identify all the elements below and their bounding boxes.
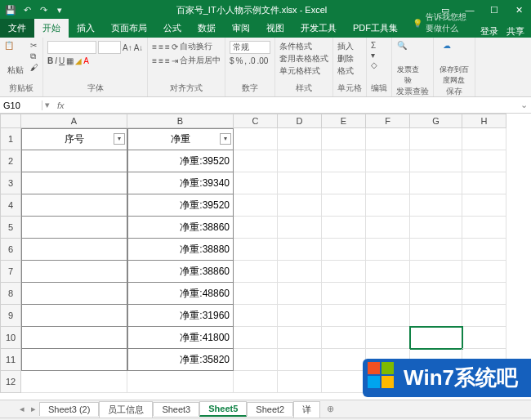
cell-D2[interactable] xyxy=(278,150,322,172)
cell-G3[interactable] xyxy=(410,172,462,194)
fill-color-icon[interactable]: ◢ xyxy=(75,56,82,65)
bold-button[interactable]: B xyxy=(47,56,53,65)
cell-C8[interactable] xyxy=(234,283,278,305)
col-header-G[interactable]: G xyxy=(410,114,462,128)
save-cloud-button[interactable]: ☁保存到百度网盘 xyxy=(438,41,471,86)
italic-button[interactable]: I xyxy=(55,56,57,65)
cell-F10[interactable] xyxy=(366,327,410,349)
col-header-H[interactable]: H xyxy=(462,114,506,128)
tab-home[interactable]: 开始 xyxy=(34,19,69,38)
cell-G4[interactable] xyxy=(410,194,462,217)
cell-F4[interactable] xyxy=(366,194,410,217)
cell-G2[interactable] xyxy=(410,150,462,172)
cell-C12[interactable] xyxy=(234,371,278,393)
cell-E4[interactable] xyxy=(322,194,366,217)
cell-E1[interactable] xyxy=(322,128,366,150)
cut-icon[interactable]: ✂ xyxy=(30,41,38,50)
cell-E12[interactable] xyxy=(322,371,366,393)
orientation-icon[interactable]: ⟳ xyxy=(172,42,178,51)
align-top-icon[interactable]: ≡ xyxy=(152,42,157,51)
merge-button[interactable]: 合并后居中 xyxy=(180,55,221,66)
cell-G1[interactable] xyxy=(410,128,462,150)
cell-D7[interactable] xyxy=(278,261,322,283)
col-header-D[interactable]: D xyxy=(278,114,322,128)
table-format-button[interactable]: 套用表格格式 xyxy=(279,53,328,65)
cell-C5[interactable] xyxy=(234,217,278,239)
cell-A7[interactable] xyxy=(21,261,127,283)
tab-file[interactable]: 文件 xyxy=(0,19,34,38)
align-mid-icon[interactable]: ≡ xyxy=(158,42,163,51)
cell-D12[interactable] xyxy=(278,371,322,393)
redo-icon[interactable]: ↷ xyxy=(38,4,49,16)
row-header-12[interactable]: 12 xyxy=(0,371,21,393)
col-header-C[interactable]: C xyxy=(234,114,278,128)
cell-style-button[interactable]: 单元格样式 xyxy=(279,65,320,77)
qat-more-icon[interactable]: ▾ xyxy=(54,4,65,16)
cell-F7[interactable] xyxy=(366,261,410,283)
sheet-tab-5[interactable]: Sheet2 xyxy=(247,402,293,416)
row-header-7[interactable]: 7 xyxy=(0,261,21,283)
cell-B5[interactable]: 净重:38860 xyxy=(127,217,234,239)
sheet-tab-2[interactable]: 员工信息 xyxy=(99,401,153,418)
cell-C9[interactable] xyxy=(234,305,278,327)
cell-B8[interactable]: 净重:48860 xyxy=(127,283,234,305)
name-box[interactable]: G10 xyxy=(0,101,42,110)
cell-F8[interactable] xyxy=(366,283,410,305)
share-link[interactable]: 共享 xyxy=(506,25,524,38)
cell-C10[interactable] xyxy=(234,327,278,349)
row-header-3[interactable]: 3 xyxy=(0,172,21,194)
cell-G10[interactable] xyxy=(410,327,462,349)
cell-C1[interactable] xyxy=(234,128,278,150)
cell-F9[interactable] xyxy=(366,305,410,327)
sheet-tab-3[interactable]: Sheet3 xyxy=(153,402,199,416)
format-cells-button[interactable]: 格式 xyxy=(337,65,354,77)
cell-D10[interactable] xyxy=(278,327,322,349)
cell-C2[interactable] xyxy=(234,150,278,172)
cell-B9[interactable]: 净重:31960 xyxy=(127,305,234,327)
cell-B11[interactable]: 净重:35820 xyxy=(127,349,234,371)
autosum-icon[interactable]: Σ xyxy=(371,41,376,50)
align-bot-icon[interactable]: ≡ xyxy=(165,42,170,51)
align-left-icon[interactable]: ≡ xyxy=(152,56,157,65)
cell-H8[interactable] xyxy=(462,283,506,305)
cell-C4[interactable] xyxy=(234,194,278,217)
cell-G7[interactable] xyxy=(410,261,462,283)
row-header-5[interactable]: 5 xyxy=(0,217,21,239)
increase-font-icon[interactable]: A↑ xyxy=(123,43,132,52)
cell-G6[interactable] xyxy=(410,239,462,261)
close-icon[interactable]: ✕ xyxy=(506,5,531,16)
cell-E2[interactable] xyxy=(322,150,366,172)
dec-decimal-icon[interactable]: .00 xyxy=(257,56,268,65)
cell-G5[interactable] xyxy=(410,217,462,239)
cell-H6[interactable] xyxy=(462,239,506,261)
filter-icon[interactable]: ▾ xyxy=(220,133,231,145)
tab-view[interactable]: 视图 xyxy=(258,19,292,38)
cell-D8[interactable] xyxy=(278,283,322,305)
currency-icon[interactable]: $ xyxy=(230,56,234,65)
cell-C3[interactable] xyxy=(234,172,278,194)
row-header-2[interactable]: 2 xyxy=(0,150,21,172)
cell-H7[interactable] xyxy=(462,261,506,283)
fx-icon[interactable]: fx xyxy=(52,101,69,110)
row-header-10[interactable]: 10 xyxy=(0,327,21,349)
cell-A5[interactable] xyxy=(21,217,127,239)
row-header-6[interactable]: 6 xyxy=(0,239,21,261)
tell-me[interactable]: 💡告诉我您想要做什么 xyxy=(406,8,480,38)
maximize-icon[interactable]: ☐ xyxy=(482,5,506,16)
cell-F1[interactable] xyxy=(366,128,410,150)
font-size[interactable] xyxy=(98,41,121,54)
row-header-9[interactable]: 9 xyxy=(0,305,21,327)
cell-A3[interactable] xyxy=(21,172,127,194)
cell-B10[interactable]: 净重:41800 xyxy=(127,327,234,349)
cell-H5[interactable] xyxy=(462,217,506,239)
cell-C6[interactable] xyxy=(234,239,278,261)
cell-B1[interactable]: 净重▾ xyxy=(127,128,234,150)
row-header-1[interactable]: 1 xyxy=(0,128,21,150)
align-center-icon[interactable]: ≡ xyxy=(158,56,163,65)
indent-icon[interactable]: ⇥ xyxy=(172,56,178,65)
cell-A10[interactable] xyxy=(21,327,127,349)
paste-button[interactable]: 📋粘贴 xyxy=(4,41,27,76)
clear-icon[interactable]: ◇ xyxy=(371,60,377,69)
cell-A9[interactable] xyxy=(21,305,127,327)
cond-format-button[interactable]: 条件格式 xyxy=(279,41,312,52)
